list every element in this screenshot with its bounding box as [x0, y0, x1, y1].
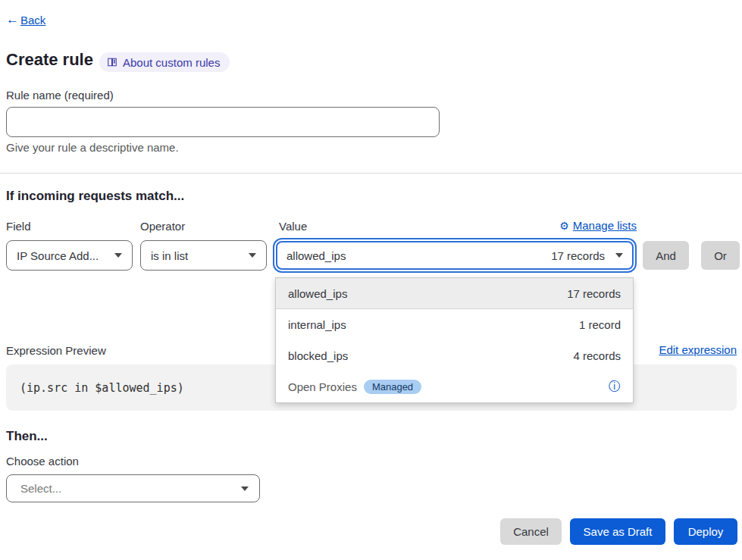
list-option-name: blocked_ips — [288, 349, 348, 362]
chevron-down-icon — [241, 486, 249, 491]
cancel-button[interactable]: Cancel — [500, 518, 562, 545]
manage-lists-label: Manage lists — [573, 219, 637, 232]
field-select[interactable]: IP Source Add... — [6, 240, 133, 271]
operator-select[interactable]: is in list — [140, 240, 267, 271]
back-arrow-icon: ← — [6, 12, 19, 27]
value-select-records: 17 records — [551, 249, 605, 262]
back-link[interactable]: ← Back — [6, 12, 45, 27]
action-select[interactable]: Select... — [6, 474, 260, 502]
operator-label: Operator — [140, 220, 185, 233]
lists-dropdown: allowed_ips 17 records internal_ips 1 re… — [275, 277, 634, 403]
field-label: Field — [6, 220, 31, 233]
choose-action-label: Choose action — [6, 455, 79, 468]
rule-name-input[interactable] — [6, 107, 440, 137]
value-label: Value — [279, 220, 307, 233]
list-option-records: 17 records — [567, 287, 621, 300]
edit-expression-link[interactable]: Edit expression — [659, 343, 737, 356]
field-select-value: IP Source Add... — [17, 249, 99, 262]
list-option-blocked-ips[interactable]: blocked_ips 4 records — [276, 340, 633, 371]
create-rule-page: ← Back Create rule About custom rules Ru… — [0, 0, 742, 560]
value-select[interactable]: allowed_ips 17 records — [276, 241, 634, 270]
gear-icon: ⚙︎ — [559, 220, 569, 232]
list-option-allowed-ips[interactable]: allowed_ips 17 records — [276, 278, 633, 309]
manage-lists-link[interactable]: ⚙︎ Manage lists — [559, 219, 637, 232]
rule-name-helper: Give your rule a descriptive name. — [6, 141, 179, 154]
and-button[interactable]: And — [643, 241, 689, 270]
rule-name-label: Rule name (required) — [6, 89, 114, 102]
chevron-down-icon — [615, 253, 623, 258]
list-option-name: allowed_ips — [288, 287, 347, 300]
list-option-internal-ips[interactable]: internal_ips 1 record — [276, 309, 633, 340]
deploy-button[interactable]: Deploy — [674, 518, 737, 545]
match-section-heading: If incoming requests match... — [6, 189, 184, 204]
back-link-label: Back — [20, 14, 45, 27]
expression-preview-label: Expression Preview — [6, 344, 106, 357]
value-select-value: allowed_ips — [286, 249, 346, 262]
list-option-records: 1 record — [579, 318, 621, 331]
about-custom-rules-label: About custom rules — [123, 56, 220, 69]
about-custom-rules-link[interactable]: About custom rules — [99, 52, 230, 72]
operator-select-value: is in list — [151, 249, 188, 262]
book-icon — [107, 57, 117, 67]
chevron-down-icon — [114, 253, 122, 258]
list-option-name: Open Proxies — [288, 380, 357, 393]
or-button[interactable]: Or — [701, 241, 740, 270]
page-title: Create rule — [6, 50, 93, 70]
list-option-name: internal_ips — [288, 318, 346, 331]
action-select-placeholder: Select... — [20, 482, 61, 495]
expression-code: (ip.src in $allowed_ips) — [20, 381, 184, 395]
chevron-down-icon — [249, 253, 256, 258]
list-option-records: 4 records — [573, 349, 621, 362]
list-option-open-proxies[interactable]: Open Proxies Managed ⓘ — [276, 371, 633, 402]
section-divider — [0, 173, 742, 174]
info-icon[interactable]: ⓘ — [609, 379, 621, 395]
managed-badge: Managed — [364, 380, 421, 394]
save-as-draft-button[interactable]: Save as Draft — [570, 518, 665, 545]
then-heading: Then... — [6, 429, 48, 444]
